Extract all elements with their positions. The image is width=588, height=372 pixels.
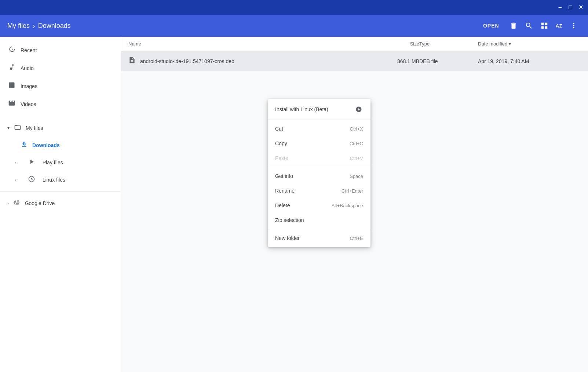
grid-view-button[interactable] xyxy=(537,19,551,33)
search-icon xyxy=(525,22,533,30)
playfiles-label: Play files xyxy=(43,160,63,165)
context-menu: Install with Linux (Beta) Cut Ctrl+X Cop… xyxy=(268,99,370,247)
install-icon xyxy=(354,105,363,114)
images-icon xyxy=(7,81,16,91)
sidebar-googledrive-header[interactable]: › Google Drive xyxy=(0,194,121,212)
sidebar-item-videos[interactable]: Videos xyxy=(0,95,121,113)
size-header-label: Size xyxy=(410,41,419,47)
maximize-button[interactable]: □ xyxy=(566,3,575,12)
playfiles-chevron-icon: › xyxy=(15,160,16,165)
install-label: Install with Linux (Beta) xyxy=(275,106,328,112)
more-menu-button[interactable] xyxy=(567,19,581,33)
breadcrumb-separator: › xyxy=(33,22,35,30)
images-label: Images xyxy=(21,83,37,89)
file-type: DEB file xyxy=(419,58,478,64)
myfiles-label: My files xyxy=(26,125,43,131)
table-row[interactable]: android-studio-ide-191.5471097-cros.deb … xyxy=(121,51,588,71)
close-button[interactable]: ✕ xyxy=(576,3,585,12)
recent-icon xyxy=(7,45,16,55)
cut-label: Cut xyxy=(275,126,283,132)
menu-separator-1 xyxy=(268,120,370,120)
title-bar: – □ ✕ xyxy=(0,0,588,15)
sidebar-divider-1 xyxy=(0,116,121,116)
menu-item-getinfo[interactable]: Get info Space xyxy=(268,169,370,183)
sidebar-item-audio[interactable]: Audio xyxy=(0,59,121,77)
newfolder-shortcut: Ctrl+E xyxy=(350,236,363,241)
menu-item-cut[interactable]: Cut Ctrl+X xyxy=(268,121,370,136)
file-name-cell: android-studio-ide-191.5471097-cros.deb xyxy=(128,56,375,66)
minimize-button[interactable]: – xyxy=(556,3,565,12)
linuxfiles-icon xyxy=(28,175,35,184)
menu-item-paste[interactable]: Paste Ctrl+V xyxy=(268,151,370,165)
downloads-icon xyxy=(21,141,28,149)
sidebar-playfiles-header[interactable]: › Play files xyxy=(0,154,121,171)
search-button[interactable] xyxy=(522,19,536,33)
googledrive-chevron-icon: › xyxy=(7,201,9,205)
sort-button[interactable]: AZ xyxy=(553,20,565,32)
file-name: android-studio-ide-191.5471097-cros.deb xyxy=(140,58,234,64)
sidebar-linuxfiles-header[interactable]: › Linux files xyxy=(0,171,121,188)
rename-label: Rename xyxy=(275,188,295,194)
header-name[interactable]: Name xyxy=(128,41,375,47)
downloads-label: Downloads xyxy=(32,142,60,148)
linuxfiles-label: Linux files xyxy=(43,177,65,183)
breadcrumb-root[interactable]: My files xyxy=(7,22,30,30)
breadcrumb: My files › Downloads xyxy=(7,22,477,30)
header: My files › Downloads OPEN AZ xyxy=(0,15,588,37)
getinfo-shortcut: Space xyxy=(350,174,363,179)
playfiles-icon xyxy=(28,158,35,167)
menu-separator-2 xyxy=(268,167,370,167)
sidebar-myfiles-header[interactable]: ▾ My files xyxy=(0,119,121,136)
window-controls: – □ ✕ xyxy=(556,3,585,12)
newfolder-label: New folder xyxy=(275,235,300,241)
delete-label: Delete xyxy=(275,203,290,208)
menu-item-delete[interactable]: Delete Alt+Backspace xyxy=(268,198,370,213)
paste-shortcut: Ctrl+V xyxy=(350,156,363,161)
sidebar-item-recent[interactable]: Recent xyxy=(0,41,121,59)
main-layout: Recent Audio Images Videos ▾ xyxy=(0,37,588,372)
header-type[interactable]: Type xyxy=(419,41,478,47)
getinfo-label: Get info xyxy=(275,173,293,179)
menu-item-copy[interactable]: Copy Ctrl+C xyxy=(268,136,370,151)
more-vert-icon xyxy=(570,22,578,30)
cut-shortcut: Ctrl+X xyxy=(350,126,363,132)
copy-label: Copy xyxy=(275,141,287,146)
breadcrumb-current[interactable]: Downloads xyxy=(38,22,71,30)
myfiles-icon xyxy=(14,124,21,132)
videos-icon xyxy=(7,99,16,109)
header-actions: OPEN AZ xyxy=(477,19,581,33)
googledrive-label: Google Drive xyxy=(25,200,55,206)
sidebar-item-images[interactable]: Images xyxy=(0,77,121,95)
type-header-label: Type xyxy=(419,41,430,47)
menu-separator-3 xyxy=(268,229,370,229)
menu-item-newfolder[interactable]: New folder Ctrl+E xyxy=(268,231,370,245)
copy-shortcut: Ctrl+C xyxy=(350,141,363,146)
header-size[interactable]: Size xyxy=(375,41,419,47)
file-size: 868.1 MB xyxy=(375,58,419,64)
delete-icon xyxy=(510,22,518,30)
open-button[interactable]: OPEN xyxy=(477,20,505,32)
menu-item-rename[interactable]: Rename Ctrl+Enter xyxy=(268,183,370,198)
sort-arrow-icon: ▾ xyxy=(509,41,511,47)
date-header-label: Date modified xyxy=(478,41,507,47)
zip-label: Zip selection xyxy=(275,217,304,223)
myfiles-chevron-icon: ▾ xyxy=(7,125,10,131)
googledrive-icon xyxy=(13,199,21,207)
sidebar-downloads[interactable]: Downloads xyxy=(0,136,121,154)
table-header: Name Size Type Date modified ▾ xyxy=(121,37,588,51)
recent-label: Recent xyxy=(21,47,37,53)
videos-label: Videos xyxy=(21,101,36,107)
grid-icon xyxy=(540,22,548,30)
delete-button[interactable] xyxy=(507,19,521,33)
sort-label: AZ xyxy=(556,23,562,29)
deb-file-icon xyxy=(128,56,136,66)
menu-item-install[interactable]: Install with Linux (Beta) xyxy=(268,101,370,118)
file-date: Apr 19, 2019, 7:40 AM xyxy=(478,58,581,64)
menu-item-zip[interactable]: Zip selection xyxy=(268,213,370,227)
audio-icon xyxy=(7,63,16,73)
rename-shortcut: Ctrl+Enter xyxy=(342,188,363,194)
audio-label: Audio xyxy=(21,65,34,71)
header-date[interactable]: Date modified ▾ xyxy=(478,41,581,47)
sidebar-divider-2 xyxy=(0,191,121,192)
paste-label: Paste xyxy=(275,155,288,161)
